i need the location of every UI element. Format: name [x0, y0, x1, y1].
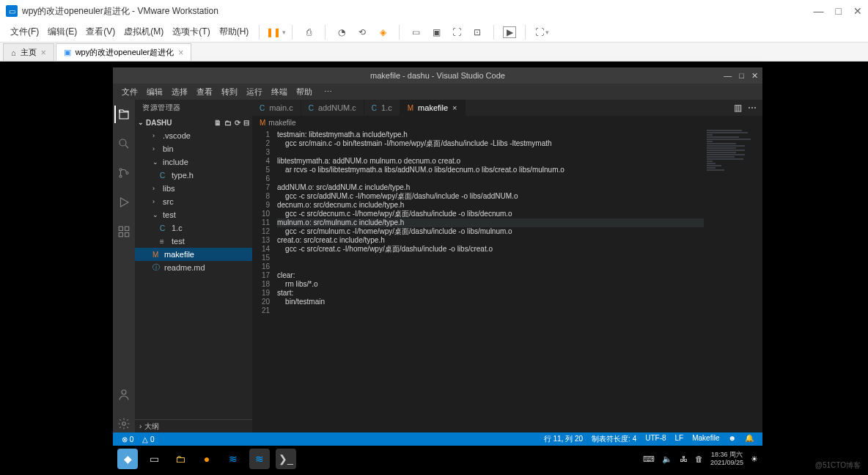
unity-icon[interactable]: ▶ [503, 26, 516, 38]
search-icon[interactable] [115, 135, 133, 152]
folder-test[interactable]: ⌄test [135, 208, 252, 221]
account-icon[interactable] [115, 386, 133, 403]
volume-icon[interactable]: 🔈 [662, 454, 672, 464]
code-area[interactable]: 123456789101112131415161718192021 testma… [252, 129, 762, 432]
tab-vm[interactable]: ▣ wpy的改进openeuler超进化 × [56, 43, 192, 61]
file-makefile[interactable]: Mmakefile [135, 248, 252, 261]
window-list-icon[interactable]: ▭ [144, 449, 164, 469]
vscode-icon[interactable]: ≋ [223, 449, 243, 469]
fit-window-icon[interactable]: ▣ [429, 25, 444, 40]
minimize-button[interactable]: — [724, 71, 732, 81]
status-indentation[interactable]: 制表符长度: 4 [587, 434, 641, 444]
firefox-icon[interactable]: ● [196, 449, 217, 469]
refresh-icon[interactable]: ⟳ [235, 119, 240, 127]
notifications-icon[interactable]: 🔔 [740, 434, 758, 444]
revert-snapshot-icon[interactable]: ⟲ [355, 25, 369, 40]
collapse-icon[interactable]: ⊟ [243, 119, 249, 127]
tab-addnum[interactable]: CaddNUM.c [301, 100, 364, 116]
vscode-running-icon[interactable]: ≋ [249, 449, 270, 469]
split-editor-icon[interactable]: ▥ [734, 103, 742, 113]
vscode-window: makefile - dashu - Visual Studio Code — … [113, 67, 762, 446]
run-debug-icon[interactable] [115, 194, 133, 211]
outline-section[interactable]: ›大纲 [135, 419, 252, 432]
folder-vscode[interactable]: ›.vscode [135, 129, 252, 142]
snapshot-manager-icon[interactable]: ◈ [375, 25, 390, 40]
breadcrumb[interactable]: Mmakefile [252, 116, 762, 129]
close-icon[interactable]: × [41, 48, 46, 58]
network-icon[interactable]: 🖧 [680, 454, 688, 463]
explorer-icon[interactable] [114, 106, 132, 123]
tab-home[interactable]: ⌂ 主页 × [3, 43, 54, 61]
minimize-button[interactable]: — [814, 5, 824, 17]
snapshot-icon[interactable]: ◔ [334, 25, 349, 40]
exit-fullscreen-icon[interactable]: ⛶ [449, 25, 464, 40]
tab-1c[interactable]: C1.c [364, 100, 400, 116]
battery-icon[interactable]: 🗑 [695, 454, 703, 463]
settings-icon[interactable] [115, 415, 133, 432]
vs-menu-run[interactable]: 运行 [242, 86, 267, 97]
send-ctrl-alt-del-icon[interactable]: ⎙ [301, 25, 316, 40]
menu-help[interactable]: 帮助(H) [215, 23, 254, 41]
brightness-icon[interactable]: ☀ [751, 454, 758, 464]
folder-include[interactable]: ⌄include [135, 155, 252, 169]
file-test[interactable]: ≡test [135, 235, 252, 248]
menu-view[interactable]: 查看(V) [81, 23, 119, 41]
menu-tabs[interactable]: 选项卡(T) [168, 23, 214, 41]
keyboard-icon[interactable]: ⌨ [643, 454, 655, 464]
vs-menu-more[interactable]: ⋯ [320, 87, 336, 97]
sidebar: 资源管理器 ⌄DASHU 🗎 🗀 ⟳ ⊟ ›.vscode ›bin ⌄incl… [135, 100, 252, 432]
vs-menu-terminal[interactable]: 终端 [267, 86, 292, 97]
code-content[interactable]: testmain: libtestmymath.a include/type.h… [277, 129, 762, 432]
file-readme[interactable]: ⓘreadme.md [135, 261, 252, 274]
fit-guest-icon[interactable]: ▭ [408, 25, 423, 40]
status-eol[interactable]: LF [671, 434, 688, 444]
vs-menu-go[interactable]: 转到 [217, 86, 242, 97]
file-typeh[interactable]: Ctype.h [135, 169, 252, 182]
folder-libs[interactable]: ›libs [135, 182, 252, 195]
status-errors[interactable]: ⊗ 0 [117, 435, 138, 443]
svg-point-2 [119, 175, 122, 177]
svg-rect-5 [125, 227, 129, 230]
tab-makefile[interactable]: Mmakefile× [400, 100, 466, 116]
view-cycle-icon[interactable]: ⊡ [470, 25, 485, 40]
vs-menu-file[interactable]: 文件 [117, 86, 142, 97]
folder-src[interactable]: ›src [135, 195, 252, 208]
more-actions-icon[interactable]: ⋯ [748, 103, 757, 113]
status-position[interactable]: 行 11, 列 20 [540, 434, 587, 444]
vs-menu-selection[interactable]: 选择 [167, 86, 192, 97]
feedback-icon[interactable]: ☻ [724, 434, 740, 444]
menu-edit[interactable]: 编辑(E) [43, 23, 81, 41]
close-button[interactable]: ✕ [853, 5, 862, 17]
pause-icon[interactable]: ❚❚▾ [268, 25, 283, 40]
fullscreen-icon[interactable]: ⛶▾ [534, 25, 549, 40]
source-control-icon[interactable] [115, 164, 133, 182]
status-warnings[interactable]: △ 0 [138, 435, 158, 443]
status-language[interactable]: Makefile [688, 434, 724, 444]
vs-menu-edit[interactable]: 编辑 [142, 86, 167, 97]
new-folder-icon[interactable]: 🗀 [224, 119, 232, 127]
editor-tabs: Cmain.c CaddNUM.c C1.c Mmakefile× ▥ ⋯ [252, 100, 762, 116]
start-button[interactable]: ◆ [117, 449, 138, 469]
vs-menu-view[interactable]: 查看 [192, 86, 217, 97]
minimap[interactable] [704, 129, 762, 432]
tab-main[interactable]: Cmain.c [252, 100, 301, 116]
menu-vm[interactable]: 虚拟机(M) [119, 23, 168, 41]
new-file-icon[interactable]: 🗎 [214, 119, 221, 127]
folder-bin[interactable]: ›bin [135, 142, 252, 155]
vmware-titlebar: ▭ wpy的改进openeuler超进化 - VMware Workstatio… [0, 0, 868, 22]
close-button[interactable]: ✕ [751, 71, 758, 81]
vs-menu-help[interactable]: 帮助 [292, 86, 317, 97]
project-header[interactable]: ⌄DASHU 🗎 🗀 ⟳ ⊟ [135, 116, 252, 129]
files-icon[interactable]: 🗀 [170, 449, 191, 469]
maximize-button[interactable]: □ [739, 71, 744, 81]
status-encoding[interactable]: UTF-8 [641, 434, 670, 444]
clock[interactable]: 18:36 周六 2021/09/25 [710, 451, 743, 467]
svg-point-9 [122, 422, 126, 426]
close-icon[interactable]: × [452, 103, 457, 112]
maximize-button[interactable]: □ [836, 5, 842, 17]
terminal-icon[interactable]: ❯_ [276, 449, 296, 469]
close-icon[interactable]: × [178, 48, 183, 58]
extensions-icon[interactable] [115, 223, 133, 240]
menu-file[interactable]: 文件(F) [6, 23, 43, 41]
file-1c[interactable]: C1.c [135, 221, 252, 235]
